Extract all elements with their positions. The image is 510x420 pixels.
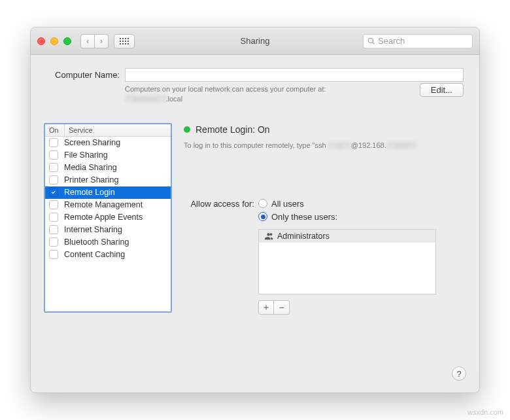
service-checkbox[interactable] [49, 150, 58, 160]
grid-icon [120, 38, 129, 44]
service-row[interactable]: Printer Sharing [45, 174, 171, 186]
radio-all-users[interactable]: All users [258, 199, 436, 209]
service-list: On Service Screen SharingFile SharingMed… [44, 123, 172, 313]
computer-name-label: Computer Name: [46, 70, 120, 80]
status-indicator-icon [184, 126, 190, 133]
service-row[interactable]: File Sharing [45, 149, 171, 162]
users-icon [264, 232, 273, 241]
service-row[interactable]: Media Sharing [45, 162, 171, 174]
service-label: File Sharing [64, 150, 108, 160]
service-row[interactable]: Remote Apple Events [45, 211, 171, 224]
computer-name-hint: Computers on your local network can acce… [46, 84, 464, 105]
service-rows: Screen SharingFile SharingMedia SharingP… [45, 137, 171, 311]
add-remove-controls: ＋ − [258, 300, 436, 315]
service-label: Screen Sharing [64, 138, 120, 147]
add-user-button[interactable]: ＋ [258, 300, 274, 315]
allowed-users-list[interactable]: Administrators [258, 229, 436, 294]
sharing-window: ‹ › Sharing Search Computer Name: Comput… [30, 27, 480, 393]
minimize-button[interactable] [50, 37, 58, 45]
chevron-right-icon: › [100, 37, 103, 46]
radio-only-users[interactable]: Only these users: [258, 212, 436, 222]
redacted-hostname: xxxxxxx [125, 95, 166, 103]
service-label: Bluetooth Sharing [64, 237, 129, 247]
back-button[interactable]: ‹ [80, 34, 95, 48]
zoom-button[interactable] [63, 37, 71, 45]
chevron-left-icon: ‹ [86, 37, 89, 46]
service-label: Remote Apple Events [64, 213, 143, 222]
close-button[interactable] [37, 37, 45, 45]
service-checkbox[interactable] [49, 250, 58, 259]
computer-name-input[interactable] [125, 68, 464, 82]
service-checkbox[interactable] [49, 188, 58, 197]
titlebar: ‹ › Sharing Search [31, 27, 479, 55]
status-title: Remote Login: On [196, 124, 270, 135]
radio-icon [258, 199, 267, 208]
search-field[interactable]: Search [363, 34, 473, 48]
header-service[interactable]: Service [65, 124, 171, 136]
service-label: Media Sharing [64, 163, 117, 172]
radio-icon [258, 212, 267, 221]
service-label: Remote Management [64, 200, 143, 209]
show-all-button[interactable] [114, 34, 135, 48]
service-row[interactable]: Bluetooth Sharing [45, 236, 171, 249]
redacted-ip-tail: xxxx [386, 141, 416, 149]
service-label: Remote Login [64, 188, 115, 197]
computer-name-row: Computer Name: [46, 68, 464, 82]
service-checkbox[interactable] [49, 237, 58, 247]
service-row[interactable]: Internet Sharing [45, 224, 171, 236]
detail-pane: Remote Login: On To log in to this compu… [184, 123, 466, 315]
service-checkbox[interactable] [49, 163, 58, 172]
service-label: Internet Sharing [64, 225, 122, 234]
window-controls [37, 37, 71, 45]
service-label: Printer Sharing [64, 175, 118, 184]
service-row[interactable]: Screen Sharing [45, 137, 171, 149]
search-placeholder: Search [378, 36, 405, 46]
radio-all-label: All users [271, 199, 304, 209]
login-hint: To log in to this computer remotely, typ… [184, 141, 466, 149]
service-checkbox[interactable] [49, 138, 58, 147]
access-label: Allow access for: [184, 199, 254, 209]
radio-only-label: Only these users: [271, 212, 337, 222]
search-icon [367, 37, 375, 45]
lower-pane: On Service Screen SharingFile SharingMed… [44, 123, 466, 315]
header-on[interactable]: On [45, 124, 65, 136]
service-checkbox[interactable] [49, 213, 58, 222]
computer-name-hint-text: Computers on your local network can acce… [125, 84, 326, 105]
watermark: wsxdn.com [468, 408, 503, 416]
list-item[interactable]: Administrators [259, 230, 435, 243]
content: Computer Name: Computers on your local n… [31, 55, 479, 393]
service-list-header: On Service [45, 124, 171, 137]
service-row[interactable]: Remote Login [45, 186, 171, 199]
service-row[interactable]: Remote Management [45, 199, 171, 211]
service-checkbox[interactable] [49, 200, 58, 209]
help-button[interactable]: ? [452, 366, 466, 381]
edit-hostname-button[interactable]: Edit... [420, 83, 464, 97]
service-checkbox[interactable] [49, 225, 58, 234]
user-label: Administrators [277, 232, 330, 241]
remove-user-button[interactable]: − [274, 300, 290, 315]
nav-buttons: ‹ › [80, 34, 109, 48]
forward-button[interactable]: › [95, 34, 109, 48]
status-line: Remote Login: On [184, 124, 466, 135]
access-row: Allow access for: All users Only these u… [184, 199, 466, 315]
service-checkbox[interactable] [49, 175, 58, 184]
service-row[interactable]: Content Caching [45, 249, 171, 261]
service-label: Content Caching [64, 250, 125, 259]
access-options: All users Only these users: Administrato… [258, 199, 436, 315]
redacted-user: xx [328, 141, 351, 149]
